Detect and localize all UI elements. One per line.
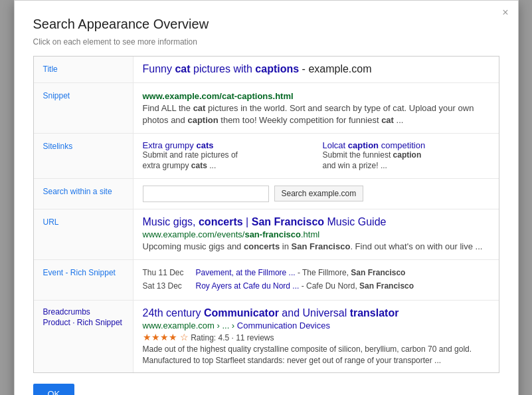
product-rating-row: ★★★★☆ Rating: 4.5 · 11 reviews (143, 332, 489, 342)
product-url: www.example.com › ... › Communication De… (143, 321, 489, 330)
search-within-controls: Search example.com (143, 186, 489, 202)
product-rich-snippet-label: Product · Rich Snippet (43, 318, 124, 327)
breadcrumbs-label: Breadcrumbs (43, 307, 124, 317)
title-row: Title Funny cat pictures with captions -… (34, 57, 499, 83)
sitelink-2-desc: Submit the funniest captionand win a pri… (323, 150, 489, 171)
event-1-location: - The Fillmore, San Francisco (296, 267, 406, 279)
search-site-input[interactable] (143, 186, 269, 202)
breadcrumb-product-label: Breadcrumbs Product · Rich Snippet (34, 301, 133, 373)
url-content: Music gigs, concerts | San Francisco Mus… (133, 209, 499, 259)
event-2-date: Sat 13 Dec (143, 280, 196, 292)
snippet-label: Snippet (34, 83, 133, 133)
product-stars: ★★★★ (143, 332, 177, 342)
search-site-button[interactable]: Search example.com (274, 186, 364, 201)
title-suffix: - example.com (302, 63, 372, 74)
title-bold-captions: captions (255, 63, 299, 74)
event-content: Thu 11 Dec Pavement, at the Fillmore ...… (133, 260, 499, 300)
event-1-date: Thu 11 Dec (143, 267, 196, 279)
sitelinks-grid: Extra grumpy cats Submit and rate pictur… (143, 140, 489, 171)
dialog-subtitle: Click on each element to see more inform… (33, 37, 499, 47)
dialog: × Search Appearance Overview Click on ea… (14, 0, 519, 395)
search-within-label: Search within a site (34, 179, 133, 209)
event-label: Event - Rich Snippet (34, 260, 133, 300)
sitelink-2: Lolcat caption competition Submit the fu… (323, 140, 489, 171)
title-link[interactable]: Funny cat pictures with captions (143, 63, 302, 74)
event-1: Thu 11 Dec Pavement, at the Fillmore ...… (143, 267, 489, 279)
search-within-row: Search within a site Search example.com (34, 179, 499, 209)
title-content: Funny cat pictures with captions - examp… (133, 57, 499, 82)
url-title-link[interactable]: Music gigs, concerts | San Francisco Mus… (143, 216, 387, 227)
url-label: URL (34, 209, 133, 259)
sitelinks-label: Sitelinks (34, 134, 133, 178)
dialog-title: Search Appearance Overview (33, 17, 499, 32)
sitelink-1-title[interactable]: Extra grumpy cats (143, 140, 214, 150)
s1: cat (193, 103, 206, 113)
breadcrumb-product-content: 24th century Communicator and Universal … (133, 301, 499, 373)
title-bold-cat: cat (175, 63, 190, 74)
snippet-text: Find ALL the cat pictures in the world. … (143, 102, 489, 126)
title-label: Title (34, 57, 133, 82)
snippet-row: Snippet www.example.com/cat-captions.htm… (34, 83, 499, 134)
product-desc: Made out of the highest quality crystall… (143, 344, 489, 366)
snippet-url-bold: www.example.com/cat-captions.html (143, 91, 294, 101)
sitelinks-row: Sitelinks Extra grumpy cats Submit and r… (34, 134, 499, 178)
product-rating-text: Rating: 4.5 · 11 reviews (191, 333, 274, 342)
event-1-link[interactable]: Pavement, at the Fillmore ... (196, 267, 296, 279)
product-title-link[interactable]: 24th century Communicator and Universal … (143, 307, 399, 319)
snippet-url: www.example.com/cat-captions.html (143, 91, 489, 101)
url-desc: Upcoming music gigs and concerts in San … (143, 241, 489, 253)
sitelink-1-desc: Submit and rate pictures ofextra grumpy … (143, 150, 310, 171)
product-half-star: ☆ (180, 332, 189, 342)
ok-button[interactable]: OK (33, 384, 75, 395)
close-button[interactable]: × (502, 7, 508, 18)
sitelink-2-title[interactable]: Lolcat caption competition (323, 140, 426, 150)
event-row: Event - Rich Snippet Thu 11 Dec Pavement… (34, 260, 499, 301)
s3: cat (381, 115, 394, 125)
url-bold: san-francisco (244, 229, 301, 239)
url-green: www.example.com/events/san-francisco.htm… (143, 229, 489, 239)
event-2-link[interactable]: Roy Ayers at Cafe du Nord ... (196, 280, 300, 292)
search-within-content: Search example.com (133, 179, 499, 209)
url-row: URL Music gigs, concerts | San Francisco… (34, 209, 499, 260)
breadcrumb-product-row: Breadcrumbs Product · Rich Snippet 24th … (34, 301, 499, 373)
s2: caption (187, 115, 218, 125)
snippet-content: www.example.com/cat-captions.html Find A… (133, 83, 499, 133)
event-2: Sat 13 Dec Roy Ayers at Cafe du Nord ...… (143, 280, 489, 292)
sitelinks-content: Extra grumpy cats Submit and rate pictur… (133, 134, 499, 178)
event-2-location: - Cafe Du Nord, San Francisco (299, 280, 414, 292)
title-text-pictures: pictures with (191, 63, 256, 74)
sitelink-1: Extra grumpy cats Submit and rate pictur… (143, 140, 310, 171)
content-area: Title Funny cat pictures with captions -… (33, 56, 499, 373)
title-text-funny: Funny (143, 63, 175, 74)
